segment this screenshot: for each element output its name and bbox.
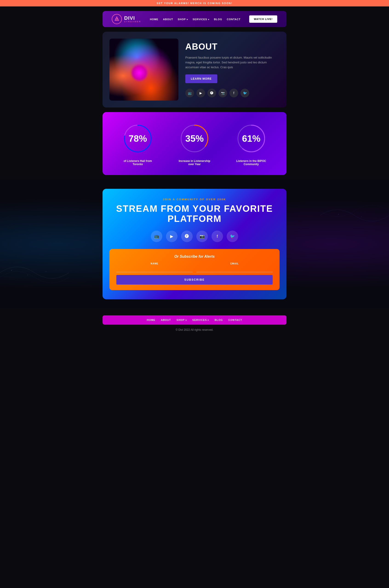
email-label: EMAIL — [196, 262, 273, 265]
nav-item-home[interactable]: HOME — [150, 18, 159, 21]
subscribe-box: Or Subscribe for Alerts NAME EMAIL SUBSC… — [109, 249, 280, 290]
footer-nav-blog[interactable]: BLOG — [215, 319, 223, 321]
about-title: ABOUT — [185, 42, 280, 52]
stat-number-1: 35% — [185, 134, 204, 144]
svg-point-9 — [27, 275, 28, 275]
about-social-instagram[interactable]: 📷 — [218, 89, 227, 97]
email-field: EMAIL — [196, 262, 273, 272]
footer-nav-home[interactable]: HOME — [147, 319, 155, 321]
stat-number-2: 61% — [242, 134, 260, 144]
about-image — [109, 39, 178, 101]
top-banner: SET YOUR ALARMS! MERCH IS COMING SOON! — [0, 0, 389, 6]
footer-copyright: © Divi 2022 All rights reserved. — [102, 325, 287, 335]
stream-eyebrow: JOIN A COMMUNITY OF OVER 200K — [109, 198, 280, 201]
top-banner-text: SET YOUR ALARMS! MERCH IS COMING SOON! — [157, 2, 232, 5]
stat-label-2: Listeners in the BIPOC Community — [235, 159, 267, 166]
about-social-patreon[interactable]: 🅟 — [207, 89, 216, 97]
stat-label-1: Increase in Listenership over Year — [178, 159, 211, 166]
learn-more-button[interactable]: LEARN MORE — [185, 74, 217, 83]
about-social-icons: 📺▶🅟📷f🐦 — [185, 89, 280, 97]
stream-social-facebook[interactable]: f — [212, 231, 223, 242]
svg-point-8 — [11, 270, 12, 271]
name-input[interactable] — [116, 266, 193, 272]
wave-decoration-right — [320, 193, 389, 238]
svg-point-1 — [116, 18, 118, 20]
about-image-decoration — [109, 39, 178, 101]
stats-section: 78% of Listeners Hail from Toronto 35% I… — [102, 112, 287, 175]
about-social-twitter[interactable]: 🐦 — [240, 89, 249, 97]
footer-nav-shop[interactable]: SHOP — [177, 319, 187, 321]
svg-point-10 — [46, 271, 46, 272]
logo-icon — [112, 14, 122, 24]
subscribe-title: Or Subscribe for Alerts — [116, 254, 273, 259]
subscribe-button[interactable]: SUBSCRIBE — [116, 275, 273, 284]
stream-social-youtube[interactable]: ▶ — [166, 231, 177, 242]
wave-decoration-left — [0, 250, 69, 296]
stat-item-2: 61% Listeners in the BIPOC Community — [223, 121, 280, 166]
email-input[interactable] — [196, 266, 273, 272]
logo-title: DIVI — [124, 16, 141, 21]
name-label: NAME — [116, 262, 193, 265]
svg-point-12 — [361, 216, 362, 217]
stream-card: JOIN A COMMUNITY OF OVER 200K STREAM FRO… — [102, 189, 287, 299]
about-content: ABOUT Praesent faucibus posuere turpis e… — [185, 42, 280, 97]
logo-subtitle: STREAMER — [124, 21, 141, 23]
name-field: NAME — [116, 262, 193, 272]
stat-item-0: 78% of Listeners Hail from Toronto — [109, 121, 166, 166]
dark-section: JOIN A COMMUNITY OF OVER 200K STREAM FRO… — [0, 180, 389, 308]
nav-item-shop[interactable]: SHOP — [178, 18, 188, 21]
logo[interactable]: DIVI STREAMER — [112, 14, 141, 24]
svg-point-11 — [338, 214, 339, 215]
stat-number-0: 78% — [129, 134, 147, 144]
stat-circle-1: 35% — [177, 121, 212, 156]
stat-item-1: 35% Increase in Listenership over Year — [166, 121, 223, 166]
subscribe-fields: NAME EMAIL — [116, 262, 273, 272]
about-social-youtube[interactable]: ▶ — [196, 89, 205, 97]
nav-item-services[interactable]: SERVICES — [193, 18, 209, 21]
stream-title: STREAM FROM YOUR FAVORITE PLATFORM — [109, 203, 280, 224]
footer-nav-about[interactable]: ABOUT — [161, 319, 171, 321]
footer-nav: HOMEABOUTSHOPSERVICESBLOGCONTACT — [102, 315, 287, 325]
about-card: ABOUT Praesent faucibus posuere turpis e… — [102, 32, 287, 108]
stream-social-patreon[interactable]: 🅟 — [181, 231, 193, 242]
stat-label-0: of Listeners Hail from Toronto — [122, 159, 154, 166]
stream-social-instagram[interactable]: 📷 — [196, 231, 208, 242]
footer-nav-services[interactable]: SERVICES — [193, 319, 209, 321]
stat-circle-0: 78% — [121, 121, 155, 156]
stream-social-icons: 📺▶🅟📷f🐦 — [109, 231, 280, 242]
about-text: Praesent faucibus posuere turpis et dict… — [185, 55, 280, 70]
watch-live-button[interactable]: WATCH LIVE! — [249, 15, 277, 23]
stream-social-twitch[interactable]: 📺 — [151, 231, 162, 242]
nav-item-about[interactable]: ABOUT — [163, 18, 173, 21]
stream-social-twitter[interactable]: 🐦 — [227, 231, 238, 242]
about-social-facebook[interactable]: f — [229, 89, 238, 97]
logo-text: DIVI STREAMER — [124, 16, 141, 23]
nav-item-contact[interactable]: CONTACT — [227, 18, 240, 21]
nav-menu: HOMEABOUTSHOPSERVICESBLOGCONTACT — [150, 17, 241, 21]
about-social-twitch[interactable]: 📺 — [185, 89, 194, 97]
stat-circle-2: 61% — [234, 121, 268, 156]
navbar: DIVI STREAMER HOMEABOUTSHOPSERVICESBLOGC… — [102, 11, 287, 27]
nav-item-blog[interactable]: BLOG — [214, 18, 222, 21]
footer-nav-contact[interactable]: CONTACT — [228, 319, 242, 321]
